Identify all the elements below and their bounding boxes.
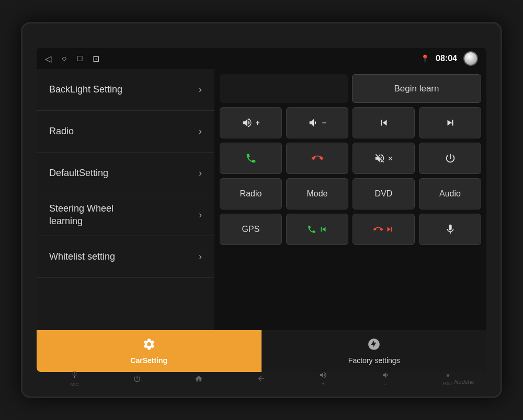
call-reject-button[interactable] (286, 143, 348, 174)
left-menu: BackLight Setting › Radio › DefaultSetti… (37, 69, 214, 330)
menu-item-steering-wheel[interactable]: Steering Wheellearning › (37, 194, 214, 236)
audio-button[interactable]: Audio (419, 178, 481, 209)
top-row: Begin learn (220, 74, 481, 103)
hw-rst[interactable]: ● RST (444, 371, 453, 386)
status-right: 📍 08:04 (420, 51, 478, 66)
mode-label: Mode (306, 189, 327, 199)
menu-item-default-label: DefaultSetting (49, 167, 108, 179)
menu-item-default-setting[interactable]: DefaultSetting › (37, 153, 214, 194)
hw-mic-icon: 🎙 (71, 370, 79, 380)
prev-icon-combo (319, 225, 328, 234)
dvd-button[interactable]: DVD (353, 178, 415, 209)
tab-factory-settings[interactable]: Factory settings (262, 330, 487, 372)
dvd-label: DVD (375, 189, 393, 199)
grid-row-1: + − (220, 107, 481, 138)
menu-arrow-radio: › (199, 126, 202, 137)
mute-button[interactable]: ✕ (353, 143, 415, 174)
vol-down-minus: − (322, 119, 326, 127)
menu-arrow-default: › (199, 168, 202, 179)
grid-row-4: GPS (220, 214, 481, 245)
next-track-icon (445, 117, 456, 129)
device-outer: ◁ ○ □ ⊡ 📍 08:04 BackLight Setting › (21, 22, 502, 398)
volume-down-button[interactable]: − (286, 107, 348, 138)
menu-item-whitelist-label: Whitelist setting (49, 251, 115, 263)
next-track-button[interactable] (419, 107, 481, 138)
call-accept-button[interactable] (220, 143, 282, 174)
menu-arrow-backlight: › (199, 84, 202, 95)
begin-learn-button[interactable]: Begin learn (352, 74, 481, 103)
prev-track-icon (378, 117, 390, 129)
hw-home-icon (195, 375, 203, 383)
status-bar: ◁ ○ □ ⊡ 📍 08:04 (37, 48, 486, 69)
hw-home[interactable] (195, 375, 203, 383)
hw-back[interactable] (257, 375, 265, 383)
hw-power-icon (133, 375, 141, 383)
grid-row-2: ✕ (220, 143, 481, 174)
hw-mic-label: MIC (70, 382, 79, 387)
brand-name: Nedehe (454, 379, 474, 385)
grid-row-3: Radio Mode DVD Audio (220, 178, 481, 209)
end-call-icon (371, 223, 384, 236)
audio-label: Audio (439, 189, 461, 199)
menu-item-steering-label: Steering Wheellearning (49, 203, 113, 227)
power-icon (445, 153, 456, 164)
gps-button[interactable]: GPS (220, 214, 282, 245)
power-button[interactable] (419, 143, 481, 174)
call-reject-icon (309, 150, 325, 166)
square-icon[interactable]: □ (77, 54, 83, 63)
hw-bar: 🎙 MIC + − (22, 370, 501, 387)
hw-rst-icon: ● (446, 371, 450, 379)
call-prev-call-icon (307, 225, 316, 234)
vol-up-plus: + (255, 119, 259, 127)
mute-icon (374, 153, 385, 164)
menu-item-backlight[interactable]: BackLight Setting › (37, 69, 214, 111)
hw-rst-label: RST (444, 381, 453, 386)
car-setting-label: CarSetting (130, 356, 167, 365)
volume-down-icon (308, 117, 320, 129)
factory-settings-label: Factory settings (348, 356, 400, 365)
call-prev-button[interactable] (286, 214, 348, 245)
gps-label: GPS (242, 225, 260, 234)
gear-icon (142, 337, 156, 354)
hw-vol-minus[interactable]: − (381, 371, 390, 387)
hw-vol-plus-icon (319, 371, 327, 379)
microphone-button[interactable] (419, 214, 481, 245)
radio-label: Radio (240, 189, 262, 199)
menu-item-radio-label: Radio (49, 125, 74, 137)
location-icon: 📍 (420, 54, 429, 63)
radio-button[interactable]: Radio (220, 178, 282, 209)
microphone-icon (445, 224, 456, 235)
volume-up-button[interactable]: + (220, 107, 282, 138)
hw-vol-plus[interactable]: + (319, 371, 327, 387)
menu-item-backlight-label: BackLight Setting (49, 84, 122, 96)
menu-item-radio[interactable]: Radio › (37, 111, 214, 153)
clock: 08:04 (436, 54, 457, 63)
prev-track-button[interactable] (353, 107, 415, 138)
menu-arrow-steering: › (199, 209, 202, 220)
hw-back-icon (257, 375, 265, 383)
home-circle-icon[interactable]: ○ (62, 54, 67, 63)
hw-mic[interactable]: 🎙 MIC (70, 370, 79, 387)
menu-arrow-whitelist: › (199, 251, 202, 262)
hw-power[interactable] (133, 375, 141, 383)
mode-button[interactable]: Mode (286, 178, 348, 209)
call-accept-icon (245, 153, 257, 164)
right-panel: Begin learn + − (214, 69, 486, 330)
hw-vol-minus-icon (381, 371, 390, 379)
blank-input-box (220, 74, 348, 103)
end-call-next-button[interactable] (353, 214, 415, 245)
device-screen: ◁ ○ □ ⊡ 📍 08:04 BackLight Setting › (37, 48, 486, 372)
avatar-circle (463, 51, 478, 66)
tab-car-setting[interactable]: CarSetting (37, 330, 262, 372)
volume-up-icon (242, 117, 253, 129)
gallery-icon[interactable]: ⊡ (93, 54, 99, 64)
nav-icons: ◁ ○ □ ⊡ (45, 54, 99, 64)
bottom-tabs: CarSetting Factory settings (37, 330, 486, 372)
back-icon[interactable]: ◁ (45, 54, 51, 64)
next-icon-combo (385, 225, 394, 234)
mute-x-label: ✕ (388, 155, 393, 162)
menu-item-whitelist[interactable]: Whitelist setting › (37, 236, 214, 278)
factory-icon (367, 337, 381, 354)
main-area: BackLight Setting › Radio › DefaultSetti… (37, 69, 486, 330)
